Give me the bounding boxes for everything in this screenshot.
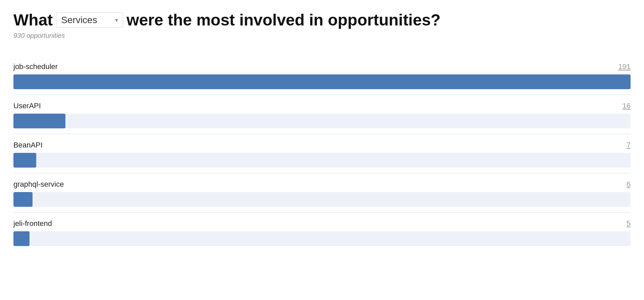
bar-chart: job-scheduler191UserAPI16BeanAPI7graphql… — [13, 56, 631, 251]
bar-fill — [13, 192, 33, 207]
dropdown-value: Services — [61, 15, 97, 25]
bar-track — [13, 192, 631, 207]
bar-track — [13, 153, 631, 168]
chart-item-value[interactable]: 7 — [627, 141, 631, 149]
bar-track — [13, 74, 631, 89]
chart-item-value[interactable]: 191 — [618, 62, 631, 71]
chart-item-label: graphql-service — [13, 180, 64, 189]
chart-row: jeli-frontend5 — [13, 213, 631, 251]
chart-item-value[interactable]: 6 — [627, 180, 631, 189]
category-dropdown[interactable]: Services ▾ — [56, 12, 123, 28]
chart-row: BeanAPI7 — [13, 134, 631, 173]
bar-track — [13, 114, 631, 128]
page-header: What Services ▾ were the most involved i… — [13, 11, 631, 29]
bar-fill — [13, 231, 30, 246]
bar-fill — [13, 153, 36, 168]
chart-item-value[interactable]: 16 — [623, 102, 631, 110]
opportunities-count: 930 opportunities — [13, 32, 631, 40]
header-what-label: What — [13, 11, 53, 29]
chart-row: graphql-service6 — [13, 173, 631, 213]
chevron-down-icon: ▾ — [115, 16, 118, 24]
chart-row: job-scheduler191 — [13, 56, 631, 95]
header-rest-label: were the most involved in opportunities? — [126, 11, 440, 29]
chart-row: UserAPI16 — [13, 95, 631, 134]
bar-fill — [13, 74, 631, 89]
chart-item-value[interactable]: 5 — [627, 219, 631, 228]
chart-item-label: jeli-frontend — [13, 219, 52, 228]
chart-item-label: job-scheduler — [13, 62, 58, 71]
bar-track — [13, 231, 631, 246]
bar-fill — [13, 114, 65, 128]
chart-item-label: BeanAPI — [13, 141, 43, 149]
chart-item-label: UserAPI — [13, 102, 41, 110]
